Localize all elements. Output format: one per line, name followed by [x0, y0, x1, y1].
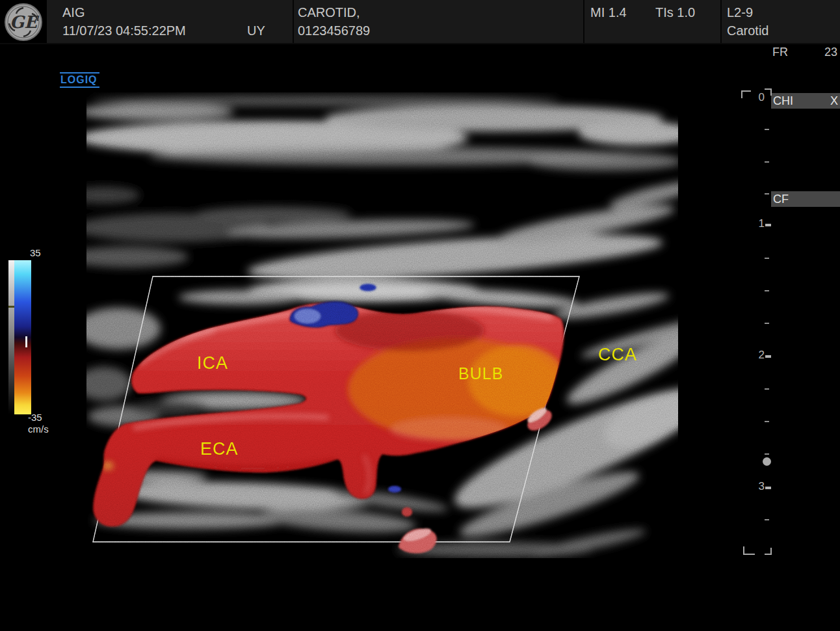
header-divider — [583, 0, 584, 43]
depth-mark-1: 1 — [754, 217, 765, 230]
param-label: Frq — [772, 211, 788, 222]
bmode-params-header: CHI X — [771, 93, 840, 109]
bmode-close-indicator: X — [830, 94, 838, 108]
operator-initials: UY — [247, 23, 265, 38]
param-label: D — [772, 145, 780, 157]
preset-name: Carotid — [727, 23, 768, 38]
param-label: Frq — [772, 113, 788, 124]
facility-name: AIG — [62, 5, 85, 20]
label-cca: CCA — [598, 345, 637, 364]
ruler-corner-mark — [741, 90, 751, 98]
ge-logo-graphic: GE — [0, 0, 47, 43]
velocity-unit-label: cm/s — [28, 423, 49, 435]
mi-readout: MI 1.4 — [590, 5, 627, 20]
ruler-tick — [765, 453, 769, 455]
param-label: S/P — [772, 292, 789, 304]
ruler-tick — [765, 355, 771, 358]
cf-params-header: CF — [771, 191, 840, 207]
param-row: S/P 4/12 — [772, 289, 837, 306]
speckle-texture — [86, 92, 678, 558]
ruler-tick — [765, 193, 769, 195]
velocity-max-label: 35 — [30, 247, 41, 258]
param-value: 100 — [820, 308, 837, 320]
param-row: Frq 7.0 — [772, 110, 837, 126]
param-label: AO% — [772, 308, 796, 320]
baseline-marker — [25, 336, 27, 347]
grayscale-marker — [8, 306, 14, 308]
frame-rate-row: FR 23 — [772, 46, 837, 59]
param-value: 90 — [826, 161, 837, 173]
param-label: WF — [772, 276, 789, 288]
label-bulb: BULB — [458, 364, 503, 383]
param-row: PRF 4.2 — [772, 257, 837, 273]
param-row: Gn 57 — [772, 126, 837, 142]
ruler-tick — [765, 421, 769, 422]
param-row: L/A 2/5 — [772, 241, 837, 257]
param-value: 57 — [826, 129, 837, 141]
grayscale-bar — [8, 260, 14, 414]
ruler-tick — [765, 323, 769, 324]
param-value: 2/5 — [823, 243, 837, 255]
ruler-tick — [765, 290, 769, 291]
param-label: PRF — [772, 260, 793, 271]
tis-readout: TIs 1.0 — [655, 5, 695, 20]
ruler-tick — [765, 487, 771, 489]
ge-logo: GE — [0, 0, 47, 43]
bmode-mode-label: CHI — [773, 94, 793, 108]
param-label: Gn — [772, 227, 786, 239]
ruler-tick — [765, 258, 769, 259]
cf-mode-label: CF — [773, 193, 789, 206]
param-row: Frq 4.6 — [772, 208, 837, 224]
param-value: 4.2 — [823, 260, 837, 271]
param-label: Gn — [772, 129, 786, 141]
ruler-corner-mark — [765, 88, 772, 96]
param-label: L/A — [772, 243, 788, 255]
ruler-tick — [765, 129, 769, 130]
velocity-min-label: -35 — [28, 412, 42, 423]
param-value: 3.5 — [823, 145, 837, 157]
depth-mark-2: 2 — [754, 349, 765, 362]
param-row: D 3.5 — [772, 142, 837, 159]
fr-label: FR — [772, 46, 788, 59]
header-bar: GE AIG 11/07/23 04:55:22PM UY CAROTID, 0… — [0, 0, 840, 44]
param-row: AO% 90 — [772, 159, 837, 175]
probe-name: L2-9 — [727, 5, 753, 20]
ruler-tick — [765, 388, 769, 390]
label-eca: ECA — [200, 439, 239, 459]
param-value: 305 — [820, 276, 837, 288]
param-value: 4/12 — [817, 292, 837, 304]
param-row: WF 305 — [772, 273, 837, 289]
param-row: AO% 100 — [772, 306, 837, 322]
header-divider — [720, 0, 722, 43]
header-divider — [293, 0, 294, 43]
patient-id: 0123456789 — [298, 23, 370, 38]
ruler-tick — [765, 224, 771, 226]
patient-name: CAROTID, — [298, 5, 360, 20]
label-ica: ICA — [197, 353, 228, 373]
depth-mark-3: 3 — [754, 480, 765, 493]
depth-mark-0: 0 — [754, 91, 765, 104]
param-value: 7.0 — [823, 113, 837, 124]
ruler-corner-mark — [743, 546, 755, 555]
param-label: AO% — [772, 161, 796, 173]
focus-marker — [763, 457, 771, 466]
fr-value: 23 — [824, 46, 837, 59]
logiq-logo: LOGIQ — [60, 72, 99, 88]
param-row: Gn 21.0 — [772, 224, 837, 241]
exam-datetime: 11/07/23 04:55:22PM — [62, 23, 186, 38]
doppler-color-bar — [14, 260, 31, 414]
param-value: 4.6 — [823, 211, 837, 222]
param-value: 21.0 — [817, 227, 837, 239]
ultrasound-screen: { "header": { "logo_monogram": "GE", "fa… — [0, 0, 840, 631]
ultrasound-image: ICA ECA BULB CCA — [86, 92, 678, 558]
ruler-tick — [765, 161, 769, 163]
ruler-tick — [765, 519, 769, 520]
ruler-corner-mark — [765, 548, 772, 555]
